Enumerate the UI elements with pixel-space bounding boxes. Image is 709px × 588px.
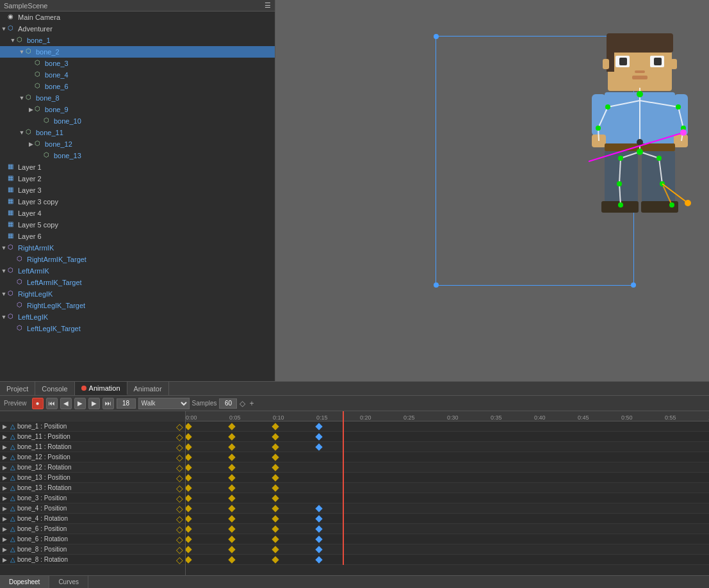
timeline-area[interactable]: 0:000:050:100:150:200:250:300:350:400:45… xyxy=(186,411,709,575)
prop-key-button[interactable]: ◇ xyxy=(175,545,184,554)
keyframe[interactable] xyxy=(272,453,279,461)
prop-row-2[interactable]: ▶ △ bone_11 : Rotation ◇ xyxy=(0,442,185,452)
hierarchy-item-layer3[interactable]: ▦Layer 3 xyxy=(0,184,275,196)
keyframe[interactable] xyxy=(272,494,279,502)
keyframe[interactable] xyxy=(186,433,192,440)
scene-view[interactable] xyxy=(275,0,709,381)
prop-row-6[interactable]: ▶ △ bone_13 : Rotation ◇ xyxy=(0,483,185,493)
clip-select[interactable]: Walk xyxy=(138,398,190,409)
keyframe[interactable] xyxy=(186,515,192,522)
prop-key-button[interactable]: ◇ xyxy=(175,473,184,482)
add-keyframe-button[interactable]: ◇ xyxy=(240,399,245,408)
record-button[interactable]: ● xyxy=(32,398,44,409)
keyframe[interactable] xyxy=(186,474,192,481)
prop-key-button[interactable]: ◇ xyxy=(175,422,184,431)
prop-arrow[interactable]: ▶ xyxy=(3,505,10,512)
hierarchy-item-rightlegik_target[interactable]: ⬡RightLegIK_Target xyxy=(0,300,275,311)
keyframe[interactable] xyxy=(228,484,235,491)
prop-arrow[interactable]: ▶ xyxy=(3,434,10,440)
prop-key-button[interactable]: ◇ xyxy=(175,484,184,493)
prop-key-button[interactable]: ◇ xyxy=(175,535,184,544)
prop-key-button[interactable]: ◇ xyxy=(175,453,184,462)
hierarchy-item-rightlegik[interactable]: ▼⬡RightLegIK xyxy=(0,288,275,300)
keyframe[interactable] xyxy=(228,494,235,502)
keyframe[interactable] xyxy=(315,556,322,563)
hierarchy-item-bone_2[interactable]: ▼⬡bone_2 xyxy=(0,46,275,58)
keyframe[interactable] xyxy=(186,494,192,502)
hierarchy-item-main-camera[interactable]: ◉Main Camera xyxy=(0,12,275,23)
prop-arrow[interactable]: ▶ xyxy=(3,546,10,553)
hierarchy-item-bone_9[interactable]: ▶⬡bone_9 xyxy=(0,104,275,115)
keyframe[interactable] xyxy=(228,464,235,471)
prop-arrow[interactable]: ▶ xyxy=(3,536,10,543)
hierarchy-item-leftarmik_target[interactable]: ⬡LeftArmIK_Target xyxy=(0,277,275,288)
keyframe[interactable] xyxy=(272,505,279,512)
keyframe[interactable] xyxy=(228,433,235,440)
expand-arrow[interactable]: ▼ xyxy=(0,267,8,275)
keyframe[interactable] xyxy=(186,505,192,512)
prop-row-1[interactable]: ▶ △ bone_11 : Position ◇ xyxy=(0,432,185,442)
keyframe[interactable] xyxy=(315,535,322,543)
prop-arrow[interactable]: ▶ xyxy=(3,516,10,522)
keyframe[interactable] xyxy=(228,453,235,461)
hierarchy-item-layer1[interactable]: ▦Layer 1 xyxy=(0,161,275,173)
hierarchy-item-leftlegik_target[interactable]: ⬡LeftLegIK_Target xyxy=(0,323,275,334)
keyframe[interactable] xyxy=(272,535,279,543)
prop-arrow[interactable]: ▶ xyxy=(3,464,10,471)
prop-row-0[interactable]: ▶ △ bone_1 : Position ◇ xyxy=(0,421,185,432)
hierarchy-item-bone_11[interactable]: ▼⬡bone_11 xyxy=(0,127,275,138)
prop-row-8[interactable]: ▶ △ bone_4 : Position ◇ xyxy=(0,503,185,514)
keyframe[interactable] xyxy=(228,443,235,450)
keyframe[interactable] xyxy=(228,423,235,430)
hierarchy-item-layer5copy[interactable]: ▦Layer 5 copy xyxy=(0,219,275,231)
hierarchy-menu-icon[interactable]: ☰ xyxy=(265,1,271,10)
keyframe[interactable] xyxy=(315,505,322,512)
play-button[interactable]: ▶ xyxy=(74,398,86,409)
prop-key-button[interactable]: ◇ xyxy=(175,525,184,534)
keyframe[interactable] xyxy=(186,443,192,450)
prop-arrow[interactable]: ▶ xyxy=(3,454,10,461)
expand-arrow[interactable]: ▶ xyxy=(27,106,35,113)
hierarchy-item-bone_6[interactable]: ⬡bone_6 xyxy=(0,81,275,92)
expand-arrow[interactable]: ▼ xyxy=(18,129,26,136)
keyframe[interactable] xyxy=(272,556,279,563)
hierarchy-item-rightarmik[interactable]: ▼⬡RightArmIK xyxy=(0,242,275,254)
tab-project[interactable]: Project xyxy=(0,382,35,395)
hierarchy-item-bone_13[interactable]: ⬡bone_13 xyxy=(0,150,275,161)
expand-arrow[interactable]: ▼ xyxy=(18,94,26,102)
expand-arrow[interactable]: ▶ xyxy=(27,140,35,148)
prop-arrow[interactable]: ▶ xyxy=(3,557,10,563)
hierarchy-item-layer3copy[interactable]: ▦Layer 3 copy xyxy=(0,196,275,208)
prop-row-3[interactable]: ▶ △ bone_12 : Position ◇ xyxy=(0,452,185,462)
prop-key-button[interactable]: ◇ xyxy=(175,555,184,564)
prop-arrow[interactable]: ▶ xyxy=(3,526,10,532)
hierarchy-item-adventurer[interactable]: ▼⬡Adventurer xyxy=(0,23,275,35)
keyframe[interactable] xyxy=(186,556,192,563)
next-keyframe-button[interactable]: ⏭ xyxy=(102,398,114,409)
prop-row-13[interactable]: ▶ △ bone_8 : Rotation ◇ xyxy=(0,555,185,565)
expand-arrow[interactable]: ▼ xyxy=(18,48,26,56)
prop-row-10[interactable]: ▶ △ bone_6 : Position ◇ xyxy=(0,524,185,534)
hierarchy-item-leftlegik[interactable]: ▼⬡LeftLegIK xyxy=(0,311,275,323)
prop-key-button[interactable]: ◇ xyxy=(175,504,184,513)
prop-row-12[interactable]: ▶ △ bone_8 : Position ◇ xyxy=(0,544,185,555)
keyframe[interactable] xyxy=(272,515,279,522)
keyframe[interactable] xyxy=(186,525,192,532)
prop-arrow[interactable]: ▶ xyxy=(3,475,10,481)
keyframe[interactable] xyxy=(315,433,322,440)
keyframe[interactable] xyxy=(315,443,322,450)
prop-key-button[interactable]: ◇ xyxy=(175,514,184,523)
prop-arrow[interactable]: ▶ xyxy=(3,485,10,491)
keyframe[interactable] xyxy=(228,535,235,543)
expand-arrow[interactable]: ▼ xyxy=(0,25,8,33)
keyframe[interactable] xyxy=(315,515,322,522)
keyframe[interactable] xyxy=(272,484,279,491)
expand-arrow[interactable]: ▼ xyxy=(0,244,8,252)
prop-key-button[interactable]: ◇ xyxy=(175,432,184,441)
keyframe[interactable] xyxy=(186,423,192,430)
next-frame-button[interactable]: ▶ xyxy=(88,398,100,409)
tab-animation[interactable]: Animation xyxy=(75,382,127,395)
keyframe[interactable] xyxy=(272,423,279,430)
hierarchy-item-bone_4[interactable]: ⬡bone_4 xyxy=(0,69,275,81)
handle-tl[interactable] xyxy=(434,34,439,39)
